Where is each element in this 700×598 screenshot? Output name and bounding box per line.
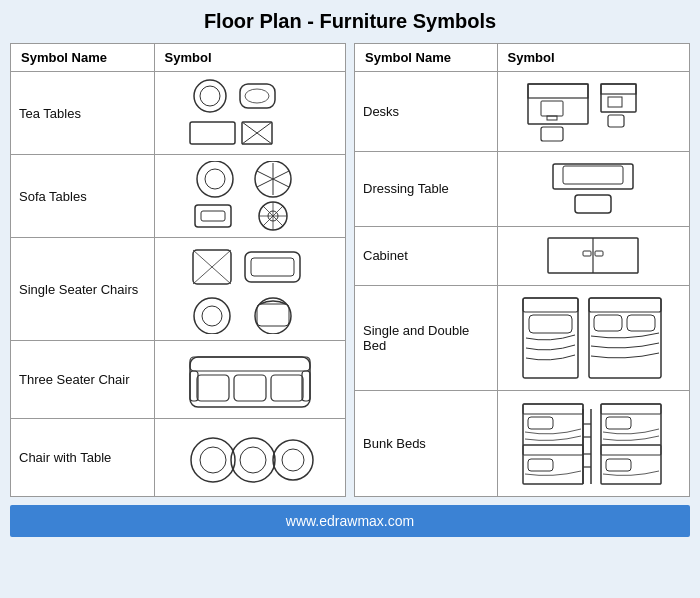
table-row: Single Seater Chairs [11,238,346,341]
svg-rect-67 [523,404,583,484]
footer-text: www.edrawmax.com [286,513,414,529]
svg-rect-81 [601,404,661,414]
svg-rect-60 [523,298,578,378]
left-table: Symbol Name Symbol Tea Tables [10,43,346,497]
svg-point-8 [197,161,233,197]
svg-rect-65 [594,315,622,331]
svg-point-27 [194,298,230,334]
svg-point-28 [202,306,222,326]
symbol-cell [497,226,689,285]
right-table: Symbol Name Symbol Desks [354,43,690,497]
svg-rect-26 [251,258,294,276]
symbol-cell [497,391,689,497]
svg-rect-45 [528,84,588,98]
right-col1-header: Symbol Name [355,44,498,72]
footer: www.edrawmax.com [10,505,690,537]
table-row: Tea Tables [11,72,346,155]
svg-rect-50 [608,97,622,107]
table-row: Dressing Table [355,151,690,226]
svg-point-9 [205,169,225,189]
symbol-name: Single and Double Bed [355,286,498,391]
svg-rect-64 [589,298,661,312]
svg-rect-71 [523,445,583,455]
tea-tables-symbol [185,78,315,148]
svg-rect-15 [201,211,225,221]
svg-rect-53 [553,164,633,189]
symbol-cell [154,72,345,155]
svg-point-3 [245,89,269,103]
left-col1-header: Symbol Name [11,44,155,72]
bed-symbol [521,293,666,383]
table-row: Single and Double Bed [355,286,690,391]
svg-rect-51 [541,127,563,141]
symbol-name: Three Seater Chair [11,341,155,419]
table-row: Three Seater Chair [11,341,346,419]
page-title: Floor Plan - Furniture Symbols [204,10,496,33]
svg-rect-48 [601,84,636,112]
svg-rect-59 [595,251,603,256]
symbol-cell [497,72,689,152]
svg-rect-34 [234,375,266,401]
svg-rect-52 [608,115,624,127]
sofa-tables-symbol [185,161,315,231]
cabinet-symbol [533,233,653,278]
svg-rect-46 [541,101,563,116]
svg-rect-61 [523,298,578,312]
svg-rect-25 [245,252,300,282]
three-seater-chair-symbol [185,347,315,412]
svg-point-0 [194,80,226,112]
svg-point-40 [231,438,275,482]
svg-rect-30 [257,304,289,326]
svg-rect-32 [190,357,310,371]
svg-rect-72 [528,459,553,471]
symbol-name: Chair with Table [11,419,155,497]
symbol-name: Sofa Tables [11,155,155,238]
svg-rect-82 [606,417,631,429]
symbol-cell [497,151,689,226]
table-row: Chair with Table [11,419,346,497]
svg-rect-54 [563,166,623,184]
symbol-cell [154,419,345,497]
table-row: Sofa Tables [11,155,346,238]
svg-rect-35 [271,375,303,401]
svg-point-38 [191,438,235,482]
svg-point-43 [282,449,304,471]
table-row: Cabinet [355,226,690,285]
svg-rect-31 [190,357,310,407]
symbol-cell [497,286,689,391]
table-row: Bunk Beds [355,391,690,497]
svg-rect-47 [547,116,557,120]
svg-point-39 [200,447,226,473]
svg-rect-4 [190,122,235,144]
symbol-cell [154,238,345,341]
svg-point-42 [273,440,313,480]
svg-rect-62 [529,315,572,333]
symbol-name: Dressing Table [355,151,498,226]
chair-with-table-symbol [185,425,315,490]
symbol-name: Bunk Beds [355,391,498,497]
symbol-cell [154,341,345,419]
tables-container: Symbol Name Symbol Tea Tables [10,43,690,497]
svg-rect-83 [601,445,661,455]
svg-rect-44 [528,84,588,124]
svg-point-41 [240,447,266,473]
svg-rect-84 [606,459,631,471]
symbol-name: Tea Tables [11,72,155,155]
svg-point-1 [200,86,220,106]
svg-rect-58 [583,251,591,256]
desks-symbol [523,79,663,144]
svg-rect-49 [601,84,636,94]
single-seater-chairs-symbol [185,244,315,334]
symbol-name: Cabinet [355,226,498,285]
symbol-cell [154,155,345,238]
bunk-beds-symbol [521,399,666,489]
svg-rect-70 [528,417,553,429]
svg-rect-33 [197,375,229,401]
symbol-name: Single Seater Chairs [11,238,155,341]
symbol-name: Desks [355,72,498,152]
svg-rect-79 [601,404,661,484]
svg-rect-66 [627,315,655,331]
right-col2-header: Symbol [497,44,689,72]
svg-rect-14 [195,205,231,227]
svg-rect-69 [523,404,583,414]
